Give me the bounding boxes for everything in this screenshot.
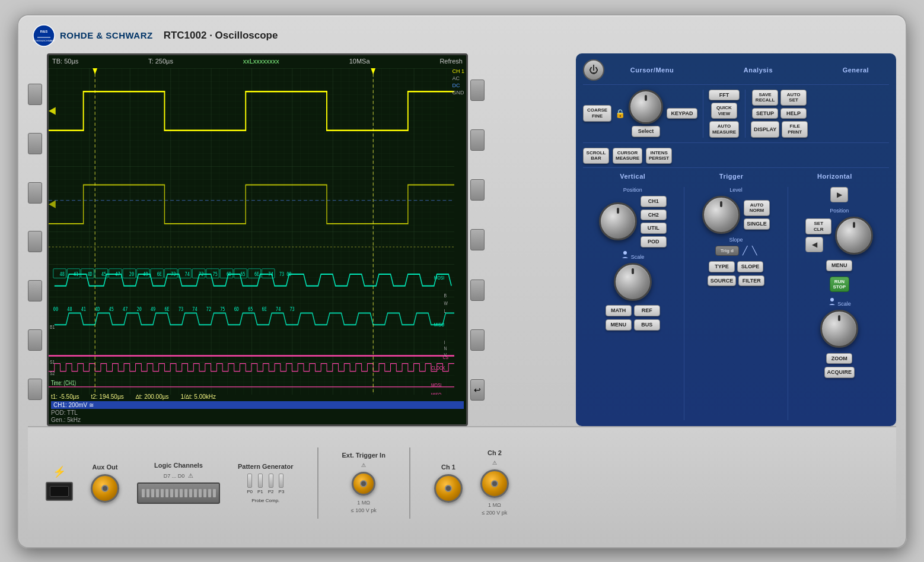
ext-trigger-label: Ext. Trigger In (342, 452, 385, 459)
side-btn-2[interactable] (28, 133, 42, 154)
right-side-btn-2[interactable] (470, 129, 485, 151)
usb-port[interactable] (46, 482, 73, 501)
horizontal-position-label: Position (830, 208, 849, 214)
pg-pin-post[interactable] (247, 474, 252, 488)
logic-pin (213, 489, 216, 497)
svg-text:72: 72 (199, 270, 203, 277)
run-stop-button[interactable]: RUN STOP (830, 277, 850, 292)
ref-button[interactable]: REF (634, 305, 660, 316)
power-button[interactable]: ⏻ (583, 59, 604, 81)
side-btn-4[interactable] (28, 231, 42, 252)
source-button[interactable]: SOURCE (708, 275, 737, 287)
horizontal-menu-button[interactable]: MENU (826, 260, 852, 271)
aux-out-label: Aux Out (93, 463, 118, 471)
side-btn-1[interactable] (28, 84, 42, 105)
aux-out-connector[interactable] (91, 474, 119, 503)
set-clr-button[interactable]: SET CLR (805, 218, 831, 234)
pg-p1-label: P1 (257, 489, 263, 494)
svg-point-82 (830, 298, 834, 301)
bnc-inner (360, 480, 367, 487)
right-side-btn-5[interactable] (470, 280, 485, 301)
side-btn-3[interactable] (28, 182, 42, 204)
auto-norm-button[interactable]: AUTO NORM (744, 200, 770, 216)
util-button[interactable]: UTIL (641, 223, 667, 234)
setup-button[interactable]: SETUP (752, 108, 778, 119)
svg-text:48: 48 (60, 270, 65, 277)
filter-button[interactable]: FILTER (738, 275, 764, 287)
select-button[interactable]: Select (632, 126, 660, 137)
svg-point-81 (623, 251, 627, 255)
display-button[interactable]: DISPLAY (751, 121, 779, 137)
pod-button[interactable]: POD (641, 236, 667, 247)
back-btn[interactable]: ↩ (470, 379, 485, 401)
oscilloscope-body: R&S ROHDE&SCHWARZ ROHDE & SCHWARZ RTC100… (17, 14, 907, 548)
auto-set-button[interactable]: AUTO SET (780, 90, 807, 106)
logic-pins (142, 489, 216, 497)
quick-view-button[interactable]: QUICK VIEW (711, 103, 737, 119)
single-button[interactable]: SINGLE (744, 218, 770, 230)
svg-text:B: B (444, 293, 447, 299)
scroll-bar-button[interactable]: SCROLL BAR (583, 148, 609, 164)
logic-pin (142, 489, 145, 497)
trig-d-button[interactable]: Trig d (715, 246, 739, 256)
main-knob[interactable] (629, 90, 663, 124)
ch1-button[interactable]: CH1 (641, 196, 667, 207)
horizontal-header: Horizontal (817, 173, 852, 180)
dc-label: DC (452, 82, 464, 88)
ch2-connector[interactable] (480, 469, 509, 498)
right-side-btn-4[interactable] (470, 229, 485, 250)
bus-button[interactable]: BUS (634, 319, 660, 331)
vertical-scale-knob[interactable] (614, 263, 652, 301)
svg-text:20: 20 (137, 305, 142, 312)
file-print-button[interactable]: FILE PRINT (782, 121, 808, 137)
save-recall-button[interactable]: SAVE RECALL (752, 90, 778, 106)
play-forward-arrow[interactable]: ▶ (830, 187, 848, 202)
acquire-button[interactable]: ACQUIRE (824, 367, 855, 378)
svg-text:V: V (444, 351, 447, 357)
math-button[interactable]: MATH (606, 305, 632, 316)
lock-icon: 🔒 (615, 109, 625, 118)
right-side-btn-3[interactable] (470, 179, 485, 201)
auto-measure-button[interactable]: AUTO MEASURE (709, 121, 739, 137)
ch2-button[interactable]: CH2 (641, 209, 667, 221)
ext-trigger-connector[interactable] (352, 472, 375, 496)
ch-info: CH1: 200mV ≅ POD: TTL Gen.: 5kHz (51, 401, 464, 423)
play-back-arrow[interactable]: ◀ (805, 237, 823, 252)
vertical-menu-button[interactable]: MENU (606, 319, 632, 331)
pg-pin-post[interactable] (258, 474, 263, 488)
right-side-btn-1[interactable] (470, 80, 485, 101)
pg-pin-post[interactable] (269, 474, 273, 488)
zoom-button[interactable]: ZOOM (826, 353, 852, 364)
trigger-level-knob[interactable] (702, 196, 740, 234)
horizontal-scale-knob[interactable] (820, 310, 858, 348)
right-side-btn-6[interactable] (470, 329, 485, 351)
fft-button[interactable]: FFT (709, 90, 740, 101)
svg-text:45: 45 (109, 305, 114, 312)
tb-label: TB: 50µs (52, 58, 78, 65)
ch2-sub: 1 MΩ≤ 200 V pk (482, 501, 507, 516)
svg-text:6E: 6E (262, 305, 267, 312)
slope-button[interactable]: SLOPE (737, 261, 763, 272)
ch-labels: CH 1 AC DC GND (452, 68, 464, 96)
type-button[interactable]: TYPE (709, 261, 735, 272)
intens-persist-button[interactable]: INTENS PERSIST (646, 148, 672, 164)
coarse-fine-button[interactable]: COARSE FINE (583, 105, 611, 121)
horizontal-position-knob[interactable] (835, 217, 873, 255)
logic-connector[interactable] (137, 482, 220, 504)
side-btn-6[interactable] (28, 329, 42, 351)
cursor-measure-button[interactable]: CURSOR MEASURE (613, 148, 642, 164)
svg-text:20: 20 (129, 270, 134, 277)
ch1-connector[interactable] (434, 474, 463, 503)
help-button[interactable]: HELP (780, 108, 807, 119)
pg-pin-post[interactable] (279, 474, 283, 488)
svg-text:6E: 6E (164, 305, 169, 312)
side-btn-7[interactable] (28, 379, 42, 400)
keypad-button[interactable]: KEYPAD (667, 108, 697, 119)
pod-ttl: POD: TTL (51, 409, 464, 416)
trigger-header: Trigger (719, 173, 744, 180)
vertical-position-knob[interactable] (599, 202, 637, 240)
t1-label: t1: -5.50µs (51, 393, 79, 400)
usb-section: ⚡ (46, 465, 73, 501)
side-btn-5[interactable] (28, 280, 42, 301)
aux-out-section: Aux Out (91, 463, 119, 503)
